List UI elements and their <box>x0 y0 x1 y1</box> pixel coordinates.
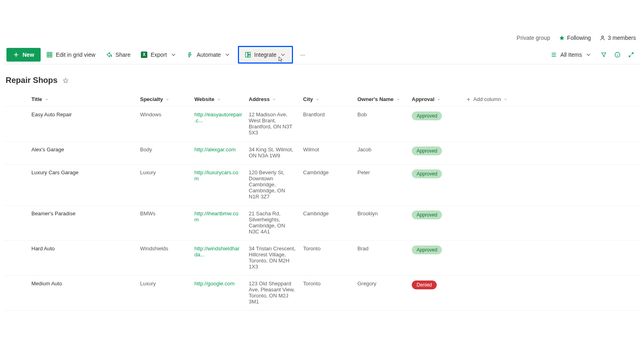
cell-address: 34 King St, Wilmot, ON N3A 1W9 <box>246 142 300 164</box>
more-button[interactable]: ··· <box>295 48 310 62</box>
integrate-icon <box>245 52 251 58</box>
website-link[interactable]: http://windshieldharda... <box>194 245 239 258</box>
add-column-label: Add column <box>473 96 501 102</box>
site-meta: Private group Following 3 members <box>4 32 640 45</box>
cell-title[interactable]: Easy Auto Repair <box>28 107 137 123</box>
cell-owner: Gregory <box>354 276 409 292</box>
grid-icon <box>46 52 53 58</box>
filter-icon <box>601 52 607 58</box>
cell-approval: Approved <box>409 206 463 225</box>
table-header: Title Specialty Website Address City Own… <box>4 92 640 107</box>
cell-title[interactable]: Alex's Garage <box>28 142 137 158</box>
column-address-label: Address <box>249 96 270 102</box>
cell-city: Cambridge <box>300 165 354 181</box>
filter-button[interactable] <box>597 48 610 62</box>
add-column-button[interactable]: Add column <box>463 92 543 106</box>
column-approval-label: Approval <box>412 96 434 102</box>
column-owner[interactable]: Owner's Name <box>354 92 409 106</box>
plus-icon <box>466 97 471 102</box>
svg-rect-4 <box>248 55 250 57</box>
flow-icon <box>187 52 194 58</box>
more-dots-icon: ··· <box>300 52 305 58</box>
table-row[interactable]: Luxury Cars GarageLuxuryhttp://luxurycar… <box>4 165 640 206</box>
chevron-down-icon <box>224 52 231 58</box>
cell-empty <box>463 165 543 175</box>
row-selector[interactable] <box>4 206 28 216</box>
cell-specialty: Windshields <box>137 241 191 257</box>
cell-address: 120 Beverly St, Downtown Cambridge, Camb… <box>246 165 300 205</box>
chevron-down-icon <box>316 97 320 101</box>
new-button-label: New <box>23 52 34 58</box>
column-address[interactable]: Address <box>246 92 300 106</box>
expand-button[interactable] <box>625 48 638 62</box>
view-selector[interactable]: All Items <box>546 48 597 62</box>
share-button[interactable]: Share <box>101 48 135 62</box>
row-selector[interactable] <box>4 165 28 175</box>
star-outline-icon[interactable] <box>62 77 69 84</box>
cell-address: 123 Old Sheppard Ave, Pleasant View, Tor… <box>246 276 300 310</box>
cell-title[interactable]: Beamer's Paradise <box>28 206 137 222</box>
chevron-down-icon <box>585 52 592 58</box>
list-title-row: Repair Shops <box>4 64 640 92</box>
website-link[interactable]: http://luxurycars.com <box>194 169 238 182</box>
row-selector[interactable] <box>4 107 28 117</box>
cell-approval: Denied <box>409 276 463 295</box>
export-button[interactable]: X Export <box>136 48 181 62</box>
website-link[interactable]: http://easyautorepair.c... <box>194 111 242 124</box>
table-body: Easy Auto RepairWindowshttp://easyautore… <box>4 107 640 311</box>
column-city-label: City <box>303 96 313 102</box>
chevron-down-icon <box>217 97 221 101</box>
column-approval[interactable]: Approval <box>409 92 463 106</box>
chevron-down-icon <box>272 97 276 101</box>
cell-specialty: Luxury <box>137 165 191 181</box>
info-button[interactable] <box>611 48 624 62</box>
list-title: Repair Shops <box>6 76 58 85</box>
column-owner-label: Owner's Name <box>357 96 394 102</box>
website-link[interactable]: http://alexgar.com <box>194 146 236 153</box>
new-button[interactable]: New <box>6 48 41 62</box>
approval-pill: Approved <box>412 111 442 120</box>
cell-empty <box>463 142 543 152</box>
website-link[interactable]: http://iheartbmw.com <box>194 210 238 223</box>
cell-approval: Approved <box>409 107 463 126</box>
row-selector[interactable] <box>4 142 28 152</box>
column-title-label: Title <box>31 96 42 102</box>
cell-title[interactable]: Medium Auto <box>28 276 137 292</box>
automate-button[interactable]: Automate <box>182 48 235 62</box>
svg-rect-3 <box>248 52 250 54</box>
following-status[interactable]: Following <box>559 35 591 41</box>
table-row[interactable]: Beamer's ParadiseBMWshttp://iheartbmw.co… <box>4 206 640 241</box>
column-title[interactable]: Title <box>28 92 137 106</box>
integrate-button[interactable]: Integrate <box>240 48 291 62</box>
cell-specialty: Body <box>137 142 191 158</box>
edit-grid-button[interactable]: Edit in grid view <box>41 48 100 62</box>
row-selector[interactable] <box>4 276 28 286</box>
cell-empty <box>463 276 543 286</box>
cell-address: 34 Tristan Crescent, Hillcrest Village, … <box>246 241 300 275</box>
column-city[interactable]: City <box>300 92 354 106</box>
table-row[interactable]: Easy Auto RepairWindowshttp://easyautore… <box>4 107 640 142</box>
members-label: 3 members <box>608 35 636 41</box>
members-count[interactable]: 3 members <box>600 35 636 41</box>
table-row[interactable]: Alex's GarageBodyhttp://alexgar.com34 Ki… <box>4 142 640 165</box>
cell-address: 12 Madison Ave, West Brant, Brantford, O… <box>246 107 300 141</box>
column-website[interactable]: Website <box>191 92 246 106</box>
cell-website: http://alexgar.com <box>191 142 246 158</box>
integrate-label: Integrate <box>254 52 277 58</box>
cell-owner: Brooklyn <box>354 206 409 222</box>
table-row[interactable]: Medium AutoLuxuryhttp://google.com123 Ol… <box>4 276 640 311</box>
cell-specialty: Luxury <box>137 276 191 292</box>
svg-point-0 <box>602 36 604 38</box>
plus-icon <box>13 52 19 58</box>
row-selector[interactable] <box>4 241 28 251</box>
cell-specialty: Windows <box>137 107 191 123</box>
chevron-down-icon <box>170 52 177 58</box>
cell-title[interactable]: Hard Auto <box>28 241 137 257</box>
table-row[interactable]: Hard AutoWindshieldshttp://windshieldhar… <box>4 241 640 276</box>
cell-city: Toronto <box>300 276 354 292</box>
website-link[interactable]: http://google.com <box>194 281 235 287</box>
approval-pill: Denied <box>412 281 437 289</box>
cell-title[interactable]: Luxury Cars Garage <box>28 165 137 181</box>
chevron-down-icon <box>165 97 169 101</box>
column-specialty[interactable]: Specialty <box>137 92 191 106</box>
